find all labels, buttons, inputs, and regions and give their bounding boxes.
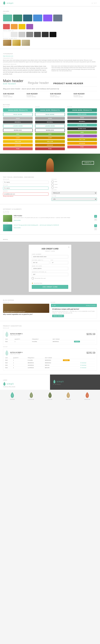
send-btn-regular[interactable]: SEND bbox=[3, 117, 33, 120]
minimal-btn-active[interactable]: MINIMAL bbox=[67, 120, 97, 123]
card-number-label: CARD NUMBER bbox=[32, 254, 68, 255]
hero-cta-button[interactable]: CHECK IT bbox=[82, 161, 94, 164]
pink-btn-hover[interactable]: PINK bbox=[35, 147, 65, 150]
oliveleaf-label: Olive leaf bbox=[48, 399, 52, 400]
cart-btn-hover[interactable]: CART bbox=[35, 136, 65, 139]
active-btn-label: ACTIVE bbox=[67, 106, 97, 108]
minimal-btn-hover[interactable]: MINIMAL bbox=[35, 120, 65, 124]
send-btn-active[interactable]: SEND bbox=[67, 116, 97, 119]
boreless-btn-hover[interactable]: BORELESS bbox=[35, 128, 65, 132]
logo-dark-bg: simpli we can help you bbox=[50, 374, 100, 390]
read-more-btn-regular[interactable]: READ MORE bbox=[3, 113, 33, 116]
blog-link-1[interactable]: READ MORE bbox=[14, 220, 21, 221]
additional-swatch-2 bbox=[11, 24, 18, 29]
sub-header-col-4: SUB HEADER Font name 34 Character spacin… bbox=[73, 93, 97, 98]
show-more-btn-hover[interactable]: SHOW MORE PRODUCTS bbox=[35, 108, 65, 112]
add-btn-regular[interactable]: ADD bbox=[3, 133, 33, 136]
expiry-field: EXPIRED (MM/YY) bbox=[32, 260, 49, 264]
color-swatch-4 bbox=[33, 14, 42, 22]
add-btn-active[interactable]: ADD bbox=[67, 131, 97, 134]
col-freq: FREQUENCY bbox=[32, 338, 52, 340]
typography-url[interactable]: http://leoloves.com bbox=[3, 55, 97, 57]
zip-input[interactable] bbox=[32, 273, 68, 276]
text-swatch-7 bbox=[50, 32, 56, 37]
modal-close-btn[interactable]: × bbox=[68, 246, 69, 248]
pink-btn-regular[interactable]: PINK bbox=[3, 147, 33, 150]
pink-btn-active[interactable]: PINK bbox=[67, 146, 97, 148]
blog-header: Blog post name header - bacon ipsum dolo… bbox=[3, 88, 97, 90]
cancel-btn[interactable]: CANCEL bbox=[63, 360, 70, 361]
cvv-field: CVV bbox=[51, 260, 68, 264]
row-qty: 1 bbox=[14, 340, 31, 343]
add-credit-card-btn[interactable]: ADD CREDIT CARD bbox=[32, 285, 68, 289]
learn-more-btn-active[interactable]: LEARN MORE bbox=[67, 124, 97, 126]
name-on-card-input[interactable] bbox=[32, 267, 68, 270]
yellow-btn-regular[interactable]: YELLOW bbox=[3, 140, 33, 143]
blog-link-2[interactable]: READ MORE bbox=[14, 227, 21, 228]
increment-btn-1[interactable]: + bbox=[94, 215, 97, 218]
name-on-card-field: NAME ON CARD bbox=[32, 266, 68, 270]
decrement-btn-2[interactable]: - bbox=[94, 228, 97, 230]
logo-name-dark: simpli bbox=[57, 380, 64, 383]
boreless-btn-active[interactable]: BORELESS bbox=[67, 127, 97, 130]
decrement-btn-1[interactable]: - bbox=[94, 218, 97, 221]
product-row-2-2: 9LB108/29/201308/29/2013 ⬇ Download bbox=[5, 362, 95, 364]
checkbox-house[interactable] bbox=[52, 186, 53, 188]
pause-btn[interactable]: PAUSE bbox=[74, 341, 80, 342]
download-link-2[interactable]: ⬇ Download bbox=[80, 365, 86, 366]
bronze-colors-label: BRONZE, SILVER, GOLD bbox=[3, 38, 97, 39]
cart-btn-regular[interactable]: CART bbox=[3, 136, 33, 139]
expiry-input[interactable] bbox=[32, 261, 49, 264]
download-link-3[interactable]: ⬇ Download bbox=[80, 367, 86, 368]
minimal-btn-regular[interactable]: MINIMAL bbox=[3, 120, 33, 124]
increment-btn-2[interactable]: + bbox=[94, 224, 97, 227]
additional-swatch-3 bbox=[19, 24, 25, 29]
show-more-btn-regular[interactable]: SHOW MORE PRODUCTS bbox=[3, 108, 33, 112]
card-number-field: CARD NUMBER bbox=[32, 254, 68, 258]
show-more-btn-active[interactable]: SHOW MORE PRODUCTS bbox=[67, 108, 97, 112]
cart-btn-active[interactable]: CART bbox=[67, 134, 97, 138]
product-row-2-1: 9LB18 months08/29/2013 CANCEL bbox=[5, 359, 95, 362]
text-swatch-5 bbox=[34, 32, 41, 37]
send-btn-hover[interactable]: SEND bbox=[35, 117, 65, 120]
yellow-btn-active[interactable]: YELLOW bbox=[67, 138, 97, 141]
logo-leaf-dark bbox=[53, 380, 56, 383]
additional-colors-label: ADDITIONAL bbox=[3, 22, 97, 23]
checkbox-flower[interactable] bbox=[52, 184, 53, 186]
blog-desc-1: Bacon ipsum dolor is X% protein when you… bbox=[14, 217, 92, 218]
product-header: PRODUCT NAME HEADER bbox=[53, 82, 83, 85]
modal-box: × ADD CREDIT CARD CREDIT CARD CARD NUMBE… bbox=[29, 245, 71, 292]
checkbox-steak[interactable] bbox=[52, 181, 53, 183]
learn-more-btn-hover[interactable]: LEARN MORE bbox=[35, 124, 65, 128]
blog-img-caption: Why roasted vegetables are so great for … bbox=[4, 311, 25, 312]
para-pro-label: PARAGRAPH PRO bbox=[3, 58, 97, 59]
active-input[interactable] bbox=[3, 186, 48, 190]
add-btn-hover[interactable]: ADD bbox=[35, 133, 65, 136]
remember-card-checkbox[interactable] bbox=[32, 277, 34, 279]
logo-leaf-light bbox=[3, 382, 6, 386]
email-input[interactable] bbox=[3, 192, 48, 196]
product-row-2-3: 9LB110/29/2013$205.59 ⬇ Download bbox=[5, 364, 95, 366]
orange-btn-regular[interactable]: ORANGE bbox=[3, 144, 33, 146]
orange-btn-active[interactable]: ORANGE bbox=[67, 142, 97, 145]
boreless-btn-regular[interactable]: BORELESS bbox=[3, 128, 33, 132]
orange-btn-hover[interactable]: ORANGE bbox=[35, 144, 65, 146]
sub-header-col-1: SUB HEADER Font name 22 Character spacin… bbox=[3, 93, 27, 98]
row-size: 9LB bbox=[5, 340, 14, 343]
yellow-btn-hover[interactable]: YELLOW bbox=[35, 140, 65, 143]
cvv-input[interactable] bbox=[51, 261, 68, 264]
card-number-input[interactable] bbox=[32, 255, 68, 258]
blog-card-read-more-btn[interactable]: READ MORE bbox=[52, 315, 64, 317]
product-name-2: NUTIVA IN FIBER 3 bbox=[10, 352, 23, 353]
region-label: Region bbox=[52, 179, 97, 180]
active-select[interactable]: 1 lb 2 lb bbox=[52, 198, 97, 201]
brand-logo bbox=[3, 1, 6, 5]
zip-label: ADDRESS ZIPCODE (5) bbox=[32, 272, 68, 272]
read-more-btn-hover[interactable]: READ MORE bbox=[35, 113, 65, 116]
read-more-btn-active[interactable]: READ MORE bbox=[67, 113, 97, 116]
region-select[interactable]: REGULAR 1 lb 2 lb bbox=[52, 191, 97, 195]
expiry-label: EXPIRED (MM/YY) bbox=[32, 260, 49, 261]
name-input[interactable] bbox=[3, 181, 48, 184]
learn-more-btn-regular[interactable]: LEARN MORE bbox=[3, 124, 33, 128]
download-link-1[interactable]: ⬇ Download bbox=[80, 362, 86, 363]
